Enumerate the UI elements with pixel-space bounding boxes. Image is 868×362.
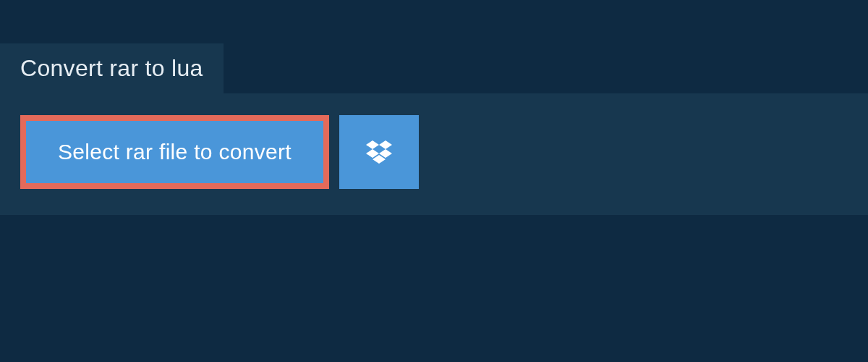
tab-convert-rar-to-lua[interactable]: Convert rar to lua (0, 43, 224, 93)
file-select-row: Select rar file to convert (20, 115, 848, 189)
dropbox-icon (366, 140, 392, 164)
dropbox-button[interactable] (339, 115, 419, 189)
select-file-button[interactable]: Select rar file to convert (20, 115, 329, 189)
conversion-panel: Select rar file to convert (0, 93, 868, 215)
select-file-label: Select rar file to convert (58, 140, 292, 164)
tab-bar: Convert rar to lua (0, 43, 868, 93)
tab-title: Convert rar to lua (20, 55, 203, 81)
